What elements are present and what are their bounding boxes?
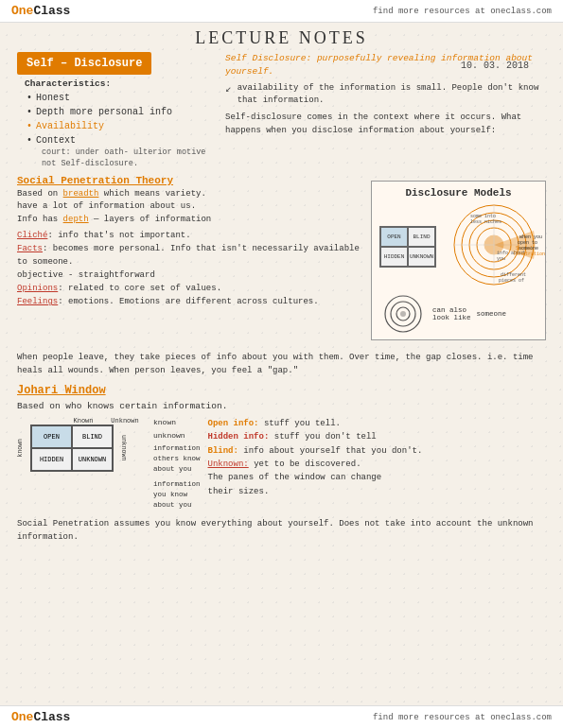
left-column: Self – Disclosure Characteristics: Hones…	[17, 52, 216, 170]
cell-open: OPEN	[31, 425, 72, 448]
header-find-text: find more resources at oneclass.com	[373, 7, 552, 16]
spt-items: Cliché: info that's not important. Facts…	[17, 230, 363, 309]
johari-blind: Blind: info about yourself that you don'…	[208, 444, 546, 458]
self-disclosure-label: Self – Disclosure	[26, 57, 142, 70]
johari-grid-cells: OPEN BLIND HIDDEN UNKNOWN	[30, 425, 114, 472]
svg-text:someone: someone	[519, 246, 538, 251]
svg-point-21	[400, 311, 406, 317]
context-note: court: under oath- ulterior motive not S…	[42, 147, 216, 170]
footer-find-text: find more resources at oneclass.com	[373, 713, 552, 722]
char-title: Characteristics:	[25, 78, 216, 89]
spt-cliche: Cliché: info that's not important.	[17, 230, 363, 243]
characteristics-section: Characteristics: Honest Depth more perso…	[25, 78, 216, 170]
main-content: Lecture Notes 10. 03. 2018 Self – Disclo…	[0, 23, 563, 582]
closing-text: Social Penetration assumes you know ever…	[17, 518, 546, 545]
known-vert: known	[17, 439, 28, 458]
char-availability: Availability	[36, 119, 216, 133]
spt-feelings: Feelings: emotions. Emotions are differe…	[17, 296, 363, 309]
spt-and-models: Social Penetration Theory Based on bread…	[17, 175, 546, 346]
disclosure-models-title: Disclosure Models	[379, 187, 537, 199]
johari-info-you: informationyou knowabout you	[153, 479, 201, 511]
johari-note-unknown: unknown	[153, 430, 201, 442]
spt-line-1: have a lot of information about us.	[17, 200, 363, 214]
johari-title: Johari Window	[17, 384, 546, 397]
footer-logo: OneClass	[11, 710, 70, 724]
someone-label: someone	[477, 310, 507, 318]
availability-note: ↙ availability of the information is sma…	[225, 82, 546, 109]
char-honest: Honest	[36, 91, 216, 105]
johari-mini-grid: OPEN BLIND HIDDEN UNKNOWN	[379, 226, 436, 268]
svg-text:Penetration: Penetration	[514, 251, 545, 257]
svg-text:less niches: less niches	[470, 219, 501, 225]
svg-text:pieces of: pieces of	[499, 278, 524, 284]
svg-text:you: you	[497, 256, 505, 262]
can-also-label: can alsolook like	[432, 306, 471, 321]
page-title: Lecture Notes	[17, 28, 546, 48]
models-diagram-area: OPEN BLIND HIDDEN UNKNOWN	[379, 202, 537, 292]
cell-hidden: HIDDEN	[31, 448, 72, 471]
header-logo: OneClass	[11, 4, 70, 18]
char-depth: Depth more personal info	[36, 105, 216, 119]
char-context: Context	[36, 133, 216, 147]
spt-title: Social Penetration Theory	[17, 175, 363, 186]
spt-opinions: Opinions: related to core set of values.	[17, 283, 363, 296]
unknown-vert: unknown	[115, 435, 127, 460]
johari-info-others: informationothers knowabout you	[153, 443, 201, 476]
cell-unknown: UNKNOWN	[72, 448, 113, 471]
johari-panes: The panes of the window can changetheir …	[208, 471, 546, 498]
johari-open: Open info: stuff you tell.	[208, 417, 546, 430]
unknown-label: Unknown	[104, 417, 146, 425]
johari-hidden: Hidden info: stuff you don't tell	[208, 430, 546, 443]
spt-facts: Facts: becomes more personal. Info that …	[17, 243, 363, 269]
spt-objective: objective - straightforward	[17, 269, 363, 283]
header-bar: OneClass find more resources at oneclass…	[0, 0, 563, 23]
cell-blind: BLIND	[72, 425, 113, 448]
grid-open: OPEN	[380, 227, 408, 247]
grid-blind: BLIND	[408, 227, 435, 247]
footer-logo-accent: One	[11, 710, 33, 724]
johari-unknown: Unknown: yet to be discovered.	[208, 458, 546, 471]
johari-header-row: Known Unknown	[17, 417, 146, 425]
page: OneClass find more resources at oneclass…	[0, 0, 563, 728]
johari-section: Johari Window Based on who knows certain…	[17, 384, 546, 511]
concentric-diagram: some into less niches different pieces o…	[442, 202, 546, 292]
arrow-icon: ↙	[225, 81, 232, 97]
lecture-date: 10. 03. 2018	[461, 61, 529, 71]
known-label: Known	[62, 417, 104, 425]
spt-line-0: Based on breadth which means variety.	[17, 188, 363, 201]
footer-bar: OneClass find more resources at oneclass…	[0, 705, 563, 728]
johari-subtitle: Based on who knows certain information.	[17, 400, 546, 413]
self-disclosure-box: Self – Disclosure	[17, 52, 151, 75]
logo-accent: One	[11, 4, 33, 18]
johari-info-list: Open info: stuff you tell. Hidden info: …	[208, 417, 546, 498]
johari-row1: known OPEN BLIND HIDDEN UNKNOWN unknown	[17, 425, 146, 472]
self-disc-context: Self-disclosure comes in the context whe…	[225, 112, 546, 137]
availability-text: availability of the information is small…	[238, 82, 546, 109]
spt-line-2: Info has depth — layers of information	[17, 214, 363, 227]
johari-grid-full: Known Unknown known OPEN BLIND HIDDEN UN…	[17, 417, 146, 472]
johari-full-diagram: Known Unknown known OPEN BLIND HIDDEN UN…	[17, 417, 546, 511]
spt-closing: When people leave, they take pieces of i…	[17, 352, 546, 378]
johari-note-known: known	[153, 417, 201, 428]
disclosure-models-box: Disclosure Models OPEN BLIND HIDDEN UNKN…	[371, 181, 546, 340]
grid-hidden: HIDDEN	[380, 247, 408, 267]
grid-unknown: UNKNOWN	[408, 247, 435, 267]
alt-model-area: can alsolook like someone	[379, 294, 537, 334]
johari-notes: known unknown informationothers knowabou…	[153, 417, 201, 511]
spt-section: Social Penetration Theory Based on bread…	[17, 175, 363, 346]
